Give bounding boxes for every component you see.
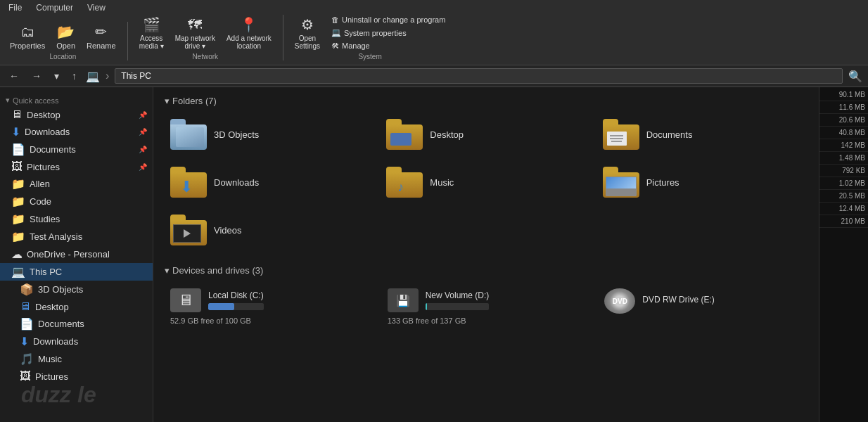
path-separator: › (106, 70, 109, 82)
sidebar-item-code-label: Code (30, 196, 51, 207)
uninstall-button[interactable]: 🗑 Uninstall or change a program (327, 14, 449, 25)
access-media-icon: 🎬 (143, 16, 160, 33)
sidebar-item-studies[interactable]: 📁 Studies (0, 210, 153, 228)
sidebar-item-music[interactable]: 🎵 Music (0, 350, 153, 368)
downloads-folder-icon: ⬇ (11, 125, 20, 139)
sidebar-item-documents2-label: Documents (38, 319, 84, 329)
sidebar-item-desktop2[interactable]: 🖥 Desktop (0, 298, 153, 315)
quick-access-arrow: ▾ (6, 96, 10, 105)
sidebar-item-downloads-label: Downloads (25, 127, 70, 137)
system-properties-button[interactable]: 💻 System properties (327, 27, 449, 39)
pictures-overlay (606, 177, 637, 196)
folder-desktop[interactable]: Desktop (381, 113, 591, 155)
device-local-disk-c-name: Local Disk (C:) (208, 290, 264, 300)
sidebar-item-thispc[interactable]: 💻 This PC (0, 263, 153, 281)
test-analysis-folder-icon: 📁 (11, 230, 25, 243)
devices-collapse-arrow[interactable]: ▾ (165, 265, 170, 276)
folder-downloads[interactable]: ⬇ Downloads (165, 161, 375, 203)
dvd-icon: DVD (604, 288, 635, 314)
sidebar-item-onedrive[interactable]: ☁ OneDrive - Personal (0, 245, 153, 263)
map-network-button[interactable]: 🗺 Map networkdrive ▾ (171, 15, 219, 51)
desktop2-icon: 🖥 (20, 300, 31, 313)
device-dvd-drive-e[interactable]: DVD DVD RW Drive (E:) (599, 283, 808, 331)
folder-documents[interactable]: Documents (597, 113, 808, 155)
device-dvd-info: DVD RW Drive (E:) (642, 295, 714, 307)
folder-videos[interactable]: Videos (165, 209, 375, 251)
sidebar-item-downloads[interactable]: ⬇ Downloads 📌 (0, 123, 153, 141)
menu-file[interactable]: File (8, 3, 22, 13)
downloads2-icon: ⬇ (20, 335, 29, 348)
folders-grid: 3D Objects Desktop (165, 113, 808, 251)
device-new-volume-d-free: 133 GB free of 137 GB (388, 316, 585, 325)
folder-pictures[interactable]: Pictures (597, 161, 808, 203)
onedrive-icon: ☁ (11, 248, 23, 261)
device-new-volume-d[interactable]: 💾 New Volume (D:) 133 GB free of 137 GB (382, 283, 591, 331)
disk-c-progress-bg (208, 303, 264, 310)
location-buttons: 🗂 Properties 📂 Open ✏ Rename (6, 22, 120, 51)
sidebar-item-onedrive-label: OneDrive - Personal (27, 249, 110, 260)
right-panel: 90.1 MB 11.6 MB 20.6 MB 40.8 MB 142 MB 1… (819, 87, 868, 422)
rename-button[interactable]: ✏ Rename (82, 22, 120, 51)
menu-view[interactable]: View (87, 3, 106, 13)
disk-c-progress-fill (208, 303, 234, 310)
rename-label: Rename (87, 41, 116, 50)
right-panel-item-0: 90.1 MB (819, 89, 868, 101)
sidebar-item-test-analysis[interactable]: 📁 Test Analysis (0, 228, 153, 245)
device-new-volume-d-info: New Volume (D:) (426, 290, 490, 310)
sidebar-item-code[interactable]: 📁 Code (0, 193, 153, 210)
forward-button[interactable]: → (28, 69, 45, 83)
folder-videos-label: Videos (214, 225, 242, 236)
recent-button[interactable]: ▾ (51, 69, 63, 83)
rename-icon: ✏ (95, 23, 107, 40)
right-panel-item-10: 210 MB (819, 215, 868, 228)
sidebar-item-allen[interactable]: 📁 Allen (0, 175, 153, 193)
menu-computer[interactable]: Computer (36, 3, 73, 13)
access-media-button[interactable]: 🎬 Accessmedia ▾ (135, 15, 168, 51)
device-local-disk-c[interactable]: 🖥 Local Disk (C:) 52.9 GB free of 100 GB (165, 283, 374, 331)
map-network-label: Map networkdrive ▾ (175, 34, 215, 50)
uninstall-icon: 🗑 (331, 15, 339, 24)
studies-folder-icon: 📁 (11, 212, 25, 226)
system-buttons: ⚙ OpenSettings 🗑 Uninstall or change a p… (291, 14, 450, 51)
open-settings-button[interactable]: ⚙ OpenSettings (291, 15, 324, 51)
music-icon: 🎵 (20, 352, 34, 366)
ribbon-menu-bar: File Computer View (6, 3, 862, 13)
sidebar-item-desktop[interactable]: 🖥 Desktop 📌 (0, 106, 153, 123)
device-new-volume-d-top: 💾 New Volume (D:) (388, 288, 585, 312)
back-button[interactable]: ← (6, 69, 23, 83)
desktop-pin-icon: 📌 (139, 111, 147, 119)
sidebar: ▾ Quick access 🖥 Desktop 📌 ⬇ Downloads 📌… (0, 87, 153, 422)
folders-collapse-arrow[interactable]: ▾ (165, 96, 170, 106)
sidebar-item-documents[interactable]: 📄 Documents 📌 (0, 141, 153, 158)
manage-label: Manage (342, 41, 370, 50)
sidebar-item-3dobjects[interactable]: 📦 3D Objects (0, 281, 153, 298)
address-bar: ← → ▾ ↑ 💻 › 🔍 (0, 65, 868, 87)
address-input[interactable] (115, 68, 843, 84)
hdd-c-icon: 🖥 (170, 288, 201, 312)
sidebar-item-downloads2[interactable]: ⬇ Downloads (0, 333, 153, 350)
open-label: Open (56, 41, 75, 50)
search-button[interactable]: 🔍 (848, 70, 862, 83)
manage-button[interactable]: 🛠 Manage (327, 40, 449, 51)
documents2-icon: 📄 (20, 317, 34, 331)
downloads-pin-icon: 📌 (139, 128, 147, 136)
folder-music[interactable]: ♪ Music (381, 161, 591, 203)
device-dvd-name: DVD RW Drive (E:) (642, 295, 714, 305)
device-local-disk-c-top: 🖥 Local Disk (C:) (170, 288, 368, 312)
sidebar-item-thispc-label: This PC (30, 267, 62, 277)
folder-music-label: Music (430, 177, 454, 188)
folders-section-title: ▾ Folders (7) (165, 96, 808, 106)
add-network-button[interactable]: 📍 Add a networklocation (222, 15, 276, 51)
sidebar-item-3dobjects-label: 3D Objects (38, 284, 83, 295)
folder-3d-objects[interactable]: 3D Objects (165, 113, 375, 155)
sidebar-item-desktop-label: Desktop (27, 110, 60, 120)
sidebar-item-documents2[interactable]: 📄 Documents (0, 315, 153, 333)
sidebar-item-pictures[interactable]: 🖼 Pictures 📌 (0, 158, 153, 175)
open-button[interactable]: 📂 Open (52, 22, 79, 51)
folder-documents-label: Documents (646, 129, 693, 140)
folder-pictures-icon (603, 167, 639, 198)
properties-button[interactable]: 🗂 Properties (6, 23, 49, 51)
sidebar-item-pictures2[interactable]: 🖼 Pictures (0, 368, 153, 385)
devices-section-title: ▾ Devices and drives (3) (165, 265, 808, 276)
up-button[interactable]: ↑ (68, 69, 80, 83)
